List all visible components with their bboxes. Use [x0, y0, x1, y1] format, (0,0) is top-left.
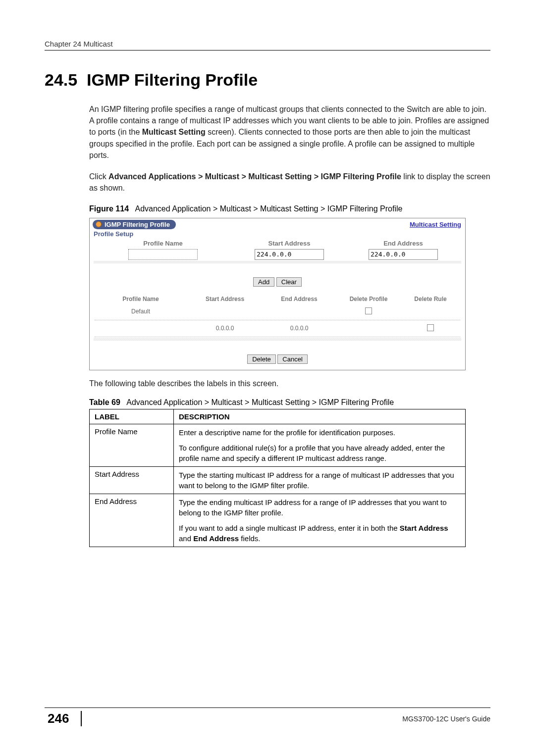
cancel-button[interactable]: Cancel: [277, 354, 307, 364]
cell-profile-name-desc: Enter a descriptive name for the profile…: [174, 424, 466, 467]
table-row: Start Address Type the starting multicas…: [90, 467, 466, 494]
add-clear-row: Add Clear: [90, 263, 465, 293]
form-header-row: Profile Name Start Address End Address: [90, 239, 465, 248]
table-row: Profile Name Enter a descriptive name fo…: [90, 424, 466, 467]
profile-name-header: Profile Name: [94, 240, 232, 247]
panel-title-pill: IGMP Filtering Profile: [93, 220, 176, 229]
footer-rule: [45, 707, 490, 708]
add-button[interactable]: Add: [253, 277, 274, 287]
delete-profile-checkbox[interactable]: [365, 307, 372, 314]
figure-label: Figure 114: [89, 204, 129, 213]
th-end-address: End Address: [262, 296, 336, 302]
end-address-header: End Address: [346, 240, 460, 247]
cell-start-0: 0.0.0.0: [188, 325, 262, 332]
th-label: LABEL: [90, 409, 174, 424]
page-footer: 246 MGS3700-12C User's Guide: [45, 707, 490, 726]
delete-button[interactable]: Delete: [247, 354, 276, 364]
delete-rule-checkbox[interactable]: [427, 324, 434, 331]
cell-end-0: 0.0.0.0: [262, 325, 336, 332]
profile-name-input[interactable]: [128, 249, 198, 260]
start-address-bold: Start Address: [400, 524, 448, 532]
cell-end-address-label: End Address: [90, 494, 174, 547]
cell-end-address-desc: Type the ending multicast IP address for…: [174, 494, 466, 547]
result-table-header: Profile Name Start Address End Address D…: [90, 293, 465, 304]
table-row: End Address Type the ending multicast IP…: [90, 494, 466, 547]
multicast-setting-bold: Multicast Setting: [142, 128, 206, 136]
end-address-bold: End Address: [193, 534, 239, 543]
chapter-header: Chapter 24 Multicast: [45, 40, 490, 48]
paragraph-2: Click Advanced Applications > Multicast …: [89, 171, 490, 194]
section-title: 24.5 IGMP Filtering Profile: [45, 70, 490, 90]
end-address-input[interactable]: [369, 249, 438, 260]
th-profile-name: Profile Name: [94, 296, 188, 302]
page-number: 246: [45, 711, 72, 726]
table-row: Default: [90, 304, 465, 319]
form-input-row: [90, 248, 465, 261]
section-number: 24.5: [45, 70, 77, 89]
nav-path-bold: Advanced Applications > Multicast > Mult…: [108, 172, 401, 181]
th-start-address: Start Address: [188, 296, 262, 302]
profile-setup-label: Profile Setup: [90, 229, 465, 239]
page-number-box: 246: [45, 711, 82, 726]
dotted-divider: [95, 320, 460, 320]
start-address-input[interactable]: [255, 249, 324, 260]
post-figure-text: The following table describes the labels…: [89, 379, 490, 388]
table-row: 0.0.0.0 0.0.0.0: [90, 321, 465, 336]
table-label: Table 69: [89, 398, 120, 406]
cell-start-address-label: Start Address: [90, 467, 174, 494]
th-delete-rule: Delete Rule: [401, 296, 460, 302]
guide-name: MGS3700-12C User's Guide: [402, 715, 490, 723]
th-delete-profile: Delete Profile: [336, 296, 401, 302]
multicast-setting-link[interactable]: Multicast Setting: [410, 221, 461, 228]
paragraph-1: An IGMP filtering profile specifies a ra…: [89, 103, 490, 161]
delete-cancel-row: Delete Cancel: [90, 341, 465, 370]
clear-button[interactable]: Clear: [276, 277, 302, 287]
cell-start-address-desc: Type the starting multicast IP address f…: [174, 467, 466, 494]
section-heading: IGMP Filtering Profile: [87, 70, 258, 89]
header-rule: [45, 50, 490, 50]
pill-title: IGMP Filtering Profile: [105, 221, 170, 228]
description-table: LABEL DESCRIPTION Profile Name Enter a d…: [89, 409, 466, 547]
table-caption-text: Advanced Application > Multicast > Multi…: [126, 398, 394, 406]
screenshot-header: IGMP Filtering Profile Multicast Setting: [90, 218, 465, 229]
pill-dot-icon: [96, 221, 102, 227]
figure-caption: Figure 114 Advanced Application > Multic…: [89, 203, 490, 214]
start-address-header: Start Address: [232, 240, 346, 247]
dotted-divider: [95, 337, 460, 337]
cell-profile-name-label: Profile Name: [90, 424, 174, 467]
cell-default-name: Default: [94, 308, 188, 315]
table-caption: Table 69 Advanced Application > Multicas…: [89, 397, 490, 408]
th-description: DESCRIPTION: [174, 409, 466, 424]
figure-caption-text: Advanced Application > Multicast > Multi…: [135, 204, 402, 213]
screenshot-figure: IGMP Filtering Profile Multicast Setting…: [89, 218, 466, 370]
